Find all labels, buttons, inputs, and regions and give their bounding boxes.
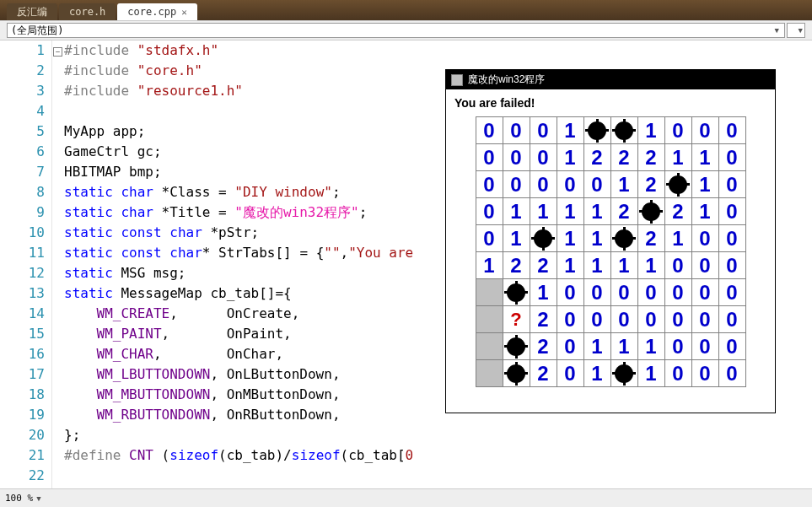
- mine-cell[interactable]: 1: [691, 144, 718, 171]
- mine-cell[interactable]: 0: [664, 117, 691, 144]
- mine-cell[interactable]: 0: [583, 279, 610, 306]
- mine-cell[interactable]: 1: [557, 198, 583, 225]
- mine-cell[interactable]: [503, 360, 530, 387]
- mine-cell[interactable]: 0: [583, 306, 610, 333]
- mine-cell[interactable]: 0: [718, 360, 745, 387]
- code-line[interactable]: };: [64, 425, 812, 445]
- mine-cell[interactable]: 1: [610, 252, 637, 279]
- mine-cell[interactable]: 1: [610, 171, 637, 198]
- mine-cell[interactable]: 0: [664, 306, 691, 333]
- mine-cell[interactable]: 1: [637, 117, 664, 144]
- mine-cell[interactable]: [610, 225, 637, 252]
- mine-cell[interactable]: 0: [691, 225, 718, 252]
- mine-cell[interactable]: ?: [503, 306, 530, 333]
- mine-cell[interactable]: 1: [583, 333, 610, 360]
- mine-cell[interactable]: 0: [503, 171, 530, 198]
- mine-cell[interactable]: 0: [503, 117, 530, 144]
- mine-cell[interactable]: 0: [718, 144, 745, 171]
- mine-cell[interactable]: [476, 279, 503, 306]
- mine-cell[interactable]: 0: [664, 279, 691, 306]
- mine-cell[interactable]: 1: [503, 225, 530, 252]
- tab-core-h[interactable]: core.h: [59, 3, 116, 20]
- mine-cell[interactable]: 1: [557, 117, 583, 144]
- mine-cell[interactable]: [664, 171, 691, 198]
- mine-cell[interactable]: [583, 117, 610, 144]
- mine-cell[interactable]: 0: [476, 117, 503, 144]
- mine-cell[interactable]: 0: [610, 306, 637, 333]
- mine-cell[interactable]: 1: [557, 225, 583, 252]
- mine-cell[interactable]: 0: [610, 279, 637, 306]
- mine-cell[interactable]: 1: [557, 144, 583, 171]
- mine-cell[interactable]: 0: [530, 117, 557, 144]
- mine-cell[interactable]: 1: [664, 144, 691, 171]
- mine-cell[interactable]: 0: [557, 360, 583, 387]
- mine-cell[interactable]: 1: [664, 225, 691, 252]
- titlebar[interactable]: 魔改的win32程序: [446, 70, 775, 89]
- chevron-down-icon[interactable]: ▼: [36, 494, 40, 503]
- mine-cell[interactable]: 2: [503, 252, 530, 279]
- code-line[interactable]: #define CNT (sizeof(cb_tab)/sizeof(cb_ta…: [64, 445, 812, 466]
- mine-cell[interactable]: 0: [476, 144, 503, 171]
- mine-cell[interactable]: 0: [664, 333, 691, 360]
- mine-cell[interactable]: 0: [664, 252, 691, 279]
- tab-disassembly[interactable]: 反汇编: [7, 3, 57, 20]
- mine-cell[interactable]: 0: [718, 117, 745, 144]
- mine-cell[interactable]: [637, 198, 664, 225]
- mine-cell[interactable]: 1: [583, 225, 610, 252]
- mine-cell[interactable]: 2: [583, 144, 610, 171]
- mine-cell[interactable]: 1: [610, 333, 637, 360]
- mine-cell[interactable]: 1: [637, 360, 664, 387]
- mine-cell[interactable]: 1: [557, 252, 583, 279]
- mine-cell[interactable]: 0: [637, 279, 664, 306]
- mine-cell[interactable]: 0: [583, 171, 610, 198]
- mine-cell[interactable]: 0: [691, 306, 718, 333]
- mine-cell[interactable]: 1: [691, 171, 718, 198]
- mine-cell[interactable]: 0: [530, 144, 557, 171]
- mine-cell[interactable]: 1: [583, 252, 610, 279]
- mine-cell[interactable]: [476, 306, 503, 333]
- mine-cell[interactable]: 0: [718, 171, 745, 198]
- mine-cell[interactable]: 0: [530, 171, 557, 198]
- mine-cell[interactable]: [476, 360, 503, 387]
- mine-cell[interactable]: 1: [530, 198, 557, 225]
- mine-cell[interactable]: 0: [557, 171, 583, 198]
- code-line[interactable]: #include "stdafx.h": [64, 40, 812, 61]
- mine-cell[interactable]: 0: [718, 252, 745, 279]
- mine-cell[interactable]: 0: [557, 279, 583, 306]
- mine-cell[interactable]: 0: [557, 306, 583, 333]
- mine-cell[interactable]: 0: [691, 117, 718, 144]
- mine-cell[interactable]: [503, 333, 530, 360]
- mine-cell[interactable]: 1: [503, 198, 530, 225]
- mine-cell[interactable]: [476, 333, 503, 360]
- mine-cell[interactable]: 0: [718, 198, 745, 225]
- code-line[interactable]: [64, 466, 812, 486]
- mine-cell[interactable]: 2: [530, 252, 557, 279]
- mine-cell[interactable]: 1: [583, 198, 610, 225]
- mine-cell[interactable]: 2: [530, 360, 557, 387]
- mine-cell[interactable]: [610, 117, 637, 144]
- mine-cell[interactable]: 0: [718, 279, 745, 306]
- mine-cell[interactable]: 2: [610, 144, 637, 171]
- mine-cell[interactable]: 2: [530, 306, 557, 333]
- mine-cell[interactable]: 0: [476, 225, 503, 252]
- mine-cell[interactable]: 0: [718, 225, 745, 252]
- mine-cell[interactable]: 0: [691, 279, 718, 306]
- mine-cell[interactable]: 0: [637, 306, 664, 333]
- mine-cell[interactable]: 0: [664, 360, 691, 387]
- mine-cell[interactable]: [610, 360, 637, 387]
- member-dropdown[interactable]: ▼: [787, 23, 805, 38]
- mine-cell[interactable]: [503, 279, 530, 306]
- mine-cell[interactable]: 1: [637, 333, 664, 360]
- mine-cell[interactable]: 2: [530, 333, 557, 360]
- mine-cell[interactable]: 0: [691, 360, 718, 387]
- mine-cell[interactable]: 0: [691, 333, 718, 360]
- mine-cell[interactable]: 2: [637, 225, 664, 252]
- mine-cell[interactable]: 1: [583, 360, 610, 387]
- mine-cell[interactable]: 0: [718, 306, 745, 333]
- mine-cell[interactable]: 2: [637, 171, 664, 198]
- mine-cell[interactable]: [530, 225, 557, 252]
- fold-toggle-icon[interactable]: −: [53, 47, 62, 57]
- mine-cell[interactable]: 0: [476, 171, 503, 198]
- mine-cell[interactable]: 2: [610, 198, 637, 225]
- mine-cell[interactable]: 0: [691, 252, 718, 279]
